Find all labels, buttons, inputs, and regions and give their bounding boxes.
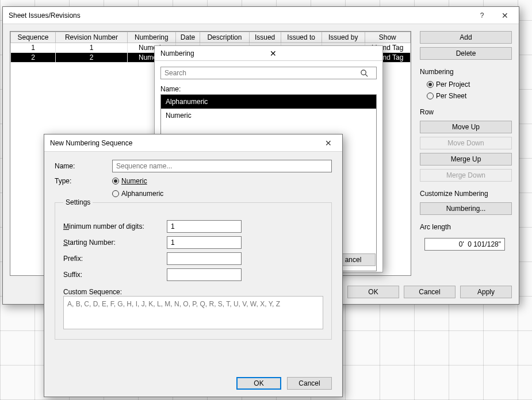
row-label: Row bbox=[420, 108, 512, 116]
customize-label: Customize Numbering bbox=[420, 190, 512, 198]
search-input[interactable] bbox=[160, 67, 377, 79]
col-issued-to[interactable]: Issued to bbox=[281, 32, 322, 43]
name-label: Name: bbox=[55, 162, 112, 170]
radio-icon bbox=[112, 178, 119, 184]
col-date[interactable]: Date bbox=[175, 32, 200, 43]
arc-length-label: Arc length bbox=[420, 223, 512, 231]
merge-up-button[interactable]: Merge Up bbox=[420, 153, 512, 166]
titlebar[interactable]: New Numbering Sequence ✕ bbox=[44, 134, 342, 152]
close-button[interactable]: ✕ bbox=[317, 135, 340, 151]
titlebar[interactable]: Sheet Issues/Revisions ? ✕ bbox=[3, 7, 519, 24]
prefix-label: Prefix: bbox=[63, 255, 167, 263]
custom-seq-label: Custom Sequence: bbox=[63, 288, 323, 296]
per-project-radio[interactable]: Per Project bbox=[427, 80, 512, 89]
suffix-label: Suffix: bbox=[63, 271, 167, 279]
prefix-input[interactable] bbox=[167, 252, 242, 265]
list-item[interactable]: Numeric bbox=[161, 109, 376, 122]
add-button[interactable]: Add bbox=[420, 31, 512, 44]
per-sheet-radio[interactable]: Per Sheet bbox=[427, 92, 512, 100]
apply-button[interactable]: Apply bbox=[460, 286, 512, 298]
ok-button[interactable]: OK bbox=[236, 377, 281, 390]
min-digits-input[interactable] bbox=[167, 220, 242, 233]
type-alpha-radio[interactable]: Alphanumeric bbox=[112, 190, 163, 198]
cancel-button[interactable]: Cancel bbox=[404, 286, 456, 298]
radio-icon bbox=[112, 190, 119, 197]
min-digits-label: Minimum number of digits: bbox=[63, 222, 167, 230]
col-sequence[interactable]: Sequence bbox=[11, 32, 56, 43]
merge-down-button: Merge Down bbox=[420, 169, 512, 182]
numbering-button[interactable]: Numbering... bbox=[420, 202, 512, 215]
ok-button[interactable]: OK bbox=[347, 286, 399, 298]
starting-number-input[interactable] bbox=[167, 236, 242, 249]
new-numbering-dialog: New Numbering Sequence ✕ Name: Type: Num… bbox=[44, 134, 343, 397]
settings-group: Settings Minimum number of digits: Start… bbox=[55, 202, 332, 340]
svg-line-1 bbox=[365, 74, 368, 76]
custom-sequence-input[interactable] bbox=[63, 296, 323, 329]
move-down-button: Move Down bbox=[420, 137, 512, 149]
right-panel: Add Delete Numbering Per Project Per She… bbox=[420, 31, 512, 251]
dialog-footer: OK Cancel Apply bbox=[347, 286, 512, 298]
dialog-footer: OK Cancel bbox=[236, 377, 332, 390]
close-button[interactable]: ✕ bbox=[493, 7, 516, 24]
help-button[interactable]: ? bbox=[470, 7, 493, 24]
suffix-input[interactable] bbox=[167, 268, 242, 281]
col-numbering[interactable]: Numbering bbox=[127, 32, 175, 43]
type-label: Type: bbox=[55, 177, 112, 185]
cancel-button[interactable]: Cancel bbox=[287, 377, 332, 390]
close-icon: ✕ bbox=[502, 11, 508, 20]
radio-icon bbox=[427, 93, 434, 99]
col-issued[interactable]: Issued bbox=[249, 32, 281, 43]
numbering-label: Numbering bbox=[420, 68, 512, 76]
col-issued-by[interactable]: Issued by bbox=[322, 32, 365, 43]
list-item[interactable]: Alphanumeric bbox=[161, 95, 376, 109]
arc-length-input[interactable] bbox=[424, 238, 505, 251]
move-up-button[interactable]: Move Up bbox=[420, 121, 512, 133]
delete-button[interactable]: Delete bbox=[420, 47, 512, 60]
settings-label: Settings bbox=[63, 198, 93, 206]
starting-number-label: Starting Number: bbox=[63, 239, 167, 247]
name-label: Name: bbox=[160, 85, 377, 93]
name-input[interactable] bbox=[112, 160, 332, 172]
radio-icon bbox=[427, 81, 434, 88]
search-icon bbox=[360, 69, 369, 78]
svg-point-0 bbox=[361, 70, 366, 75]
dialog-title: Sheet Issues/Revisions bbox=[9, 11, 470, 20]
col-description[interactable]: Description bbox=[200, 32, 249, 43]
search-row bbox=[160, 67, 377, 79]
col-show[interactable]: Show bbox=[365, 32, 410, 43]
dialog-title: New Numbering Sequence bbox=[50, 139, 317, 147]
col-revision-number[interactable]: Revision Number bbox=[55, 32, 127, 43]
close-icon: ✕ bbox=[325, 139, 332, 148]
close-icon[interactable]: ✕ bbox=[270, 49, 379, 58]
type-numeric-radio[interactable]: Numeric bbox=[112, 177, 147, 185]
numbering-popup-header[interactable]: Numbering ✕ bbox=[155, 46, 382, 61]
numbering-popup-title: Numbering bbox=[160, 49, 270, 57]
